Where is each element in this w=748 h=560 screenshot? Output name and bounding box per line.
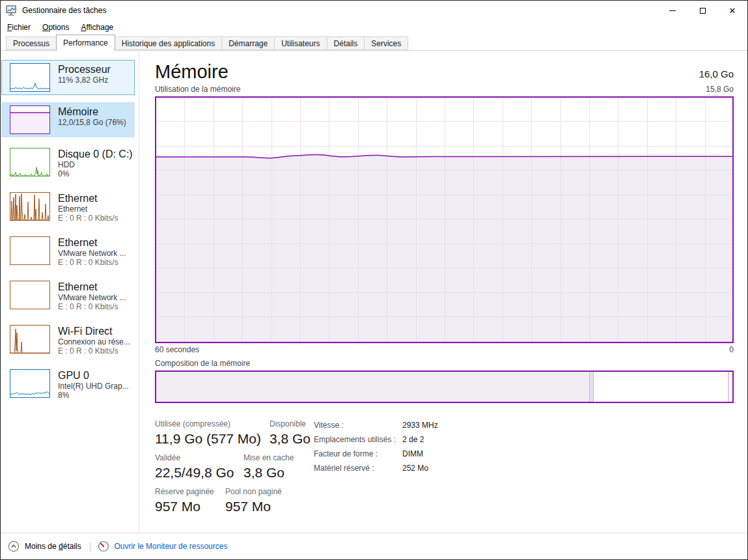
stat-paged-pool: Réserve paginée 957 Mo [155,487,225,515]
minimize-icon [669,10,676,11]
tab-demarrage[interactable]: Démarrage [221,36,275,50]
disk-mini-graph [10,148,50,176]
memory-header: Mémoire 16,0 Go [155,61,734,83]
memory-stats: Utilisée (compressée) 11,9 Go (577 Mo) D… [155,419,734,521]
composition-free-segment [594,372,732,402]
page-title: Mémoire [155,61,229,83]
detail-slots-used: Emplacements utilisés : 2 de 2 [314,434,438,445]
stat-available: Disponible 3,8 Go [270,419,311,447]
resource-monitor-icon [98,540,109,552]
sidebar-item-label: Processeur [58,63,111,76]
time-span-label: 60 secondes [155,345,199,354]
sidebar-item-detail: Intel(R) UHD Grap... [58,382,129,391]
footer-bar: Moins de détails | Ouvrir le Moniteur de… [1,533,747,559]
memory-mini-graph [10,105,50,134]
footer-divider: | [89,541,92,552]
sidebar-item-detail: 11% 3,82 GHz [58,76,111,85]
sidebar-item-detail: Connexion au rése... [58,337,130,346]
sidebar-item-memory[interactable]: Mémoire 12,0/15,8 Go (76%) [1,102,135,137]
sidebar-item-label: Ethernet [58,281,126,293]
cpu-mini-graph [10,63,50,92]
tab-processus[interactable]: Processus [6,36,57,50]
memory-panel: Mémoire 16,0 Go Utilisation de la mémoir… [140,51,747,532]
sidebar-item-detail: 12,0/15,8 Go (76%) [58,118,126,127]
maximize-button[interactable] [687,1,717,20]
fewer-details-toggle[interactable]: Moins de détails [8,540,81,552]
fewer-details-label: Moins de détails [25,542,81,551]
chevron-up-circle-icon [8,540,20,552]
menu-file[interactable]: Fichier [1,21,36,34]
detail-hardware-reserved: Matériel réservé : 252 Mo [314,463,438,474]
sidebar-item-label: GPU 0 [58,369,129,382]
sidebar-item-detail: 8% [58,391,129,400]
sidebar-item-throughput: E : 0 R : 0 Kbits/s [58,258,126,267]
usage-chart-caption: Utilisation de la mémoire 15,8 Go [155,85,734,94]
menu-view[interactable]: Affichage [75,21,119,34]
stat-used: Utilisée (compressée) 11,9 Go (577 Mo) [155,419,270,447]
sidebar-item-wifi-direct[interactable]: Wi-Fi Direct Connexion au rése... E : 0 … [1,322,135,359]
time-end-label: 0 [729,345,734,354]
ethernet-mini-graph [10,236,50,265]
ethernet-mini-graph [10,192,50,221]
sidebar-item-detail: HDD [58,160,133,169]
detail-form-factor: Facteur de forme : DIMM [314,449,438,460]
sidebar-item-label: Ethernet [58,192,118,204]
app-icon [6,5,18,16]
sidebar-item-ethernet-3[interactable]: Ethernet VMware Network ... E : 0 R : 0 … [1,277,135,315]
open-resource-monitor-link[interactable]: Ouvrir le Moniteur de ressources [98,540,227,552]
sidebar-item-disk-0[interactable]: Disque 0 (D: C:) HDD 0% [1,145,135,182]
sidebar-item-label: Ethernet [58,236,126,249]
sidebar-item-label: Wi-Fi Direct [58,325,130,337]
stat-cached: Mise en cache 3,8 Go [243,453,294,481]
usage-chart-label: Utilisation de la mémoire [155,85,240,94]
menu-bar: Fichier Options Affichage [1,20,747,35]
sidebar-item-label: Mémoire [58,105,126,118]
performance-sidebar: Processeur 11% 3,82 GHz Mémoire 12,0/15,… [1,51,139,532]
sidebar-item-gpu-0[interactable]: GPU 0 Intel(R) UHD Grap... 8% [1,366,135,403]
tab-utilisateurs[interactable]: Utilisateurs [274,36,327,50]
menu-options[interactable]: Options [36,21,75,34]
sidebar-item-throughput: E : 0 R : 0 Kbits/s [58,214,118,223]
close-icon: ✕ [729,7,736,15]
sidebar-item-ethernet-2[interactable]: Ethernet VMware Network ... E : 0 R : 0 … [1,233,135,270]
hardware-details: Vitesse : 2933 MHz Emplacements utilisés… [314,419,438,521]
close-button[interactable]: ✕ [717,1,747,20]
composition-in-use-segment [156,372,590,402]
memory-composition-bar[interactable] [155,371,734,403]
resource-monitor-label: Ouvrir le Moniteur de ressources [114,542,227,551]
tab-services[interactable]: Services [364,36,408,50]
minimize-button[interactable] [658,1,687,20]
tab-performance[interactable]: Performance [56,35,115,51]
sidebar-item-throughput: E : 0 R : 0 Kbits/s [58,346,130,356]
memory-capacity: 16,0 Go [699,68,734,83]
tab-historique-applications[interactable]: Historique des applications [115,36,222,50]
title-bar: Gestionnaire des tâches ✕ [1,1,747,20]
usage-chart-scale-max: 15,8 Go [706,85,734,94]
window-controls: ✕ [658,1,747,20]
sidebar-item-ethernet-1[interactable]: Ethernet Ethernet E : 0 R : 0 Kbits/s [1,189,135,226]
detail-speed: Vitesse : 2933 MHz [314,420,438,431]
gpu-mini-graph [10,369,50,398]
stat-non-paged-pool: Pool non paginé 957 Mo [225,487,282,515]
sidebar-item-cpu[interactable]: Processeur 11% 3,82 GHz [1,60,135,95]
tab-strip: Processus Performance Historique des app… [1,35,747,51]
sidebar-item-detail: VMware Network ... [58,249,126,258]
task-manager-window: Gestionnaire des tâches ✕ Fichier Option… [0,0,748,560]
ethernet-mini-graph [10,281,50,309]
memory-usage-graph[interactable] [155,96,734,343]
tab-details[interactable]: Détails [327,36,365,50]
sidebar-item-throughput: E : 0 R : 0 Kbits/s [58,302,126,311]
stat-committed: Validée 22,5/49,8 Go [155,453,243,481]
wifi-mini-graph [10,325,50,354]
sidebar-item-detail: VMware Network ... [58,293,126,302]
sidebar-item-detail: 0% [58,169,133,178]
sidebar-item-detail: Ethernet [58,204,118,214]
maximize-icon [700,8,706,14]
composition-label: Composition de la mémoire [155,359,734,368]
sidebar-item-label: Disque 0 (D: C:) [58,148,133,160]
usage-chart-x-axis: 60 secondes 0 [155,345,734,354]
window-title: Gestionnaire des tâches [22,6,106,15]
